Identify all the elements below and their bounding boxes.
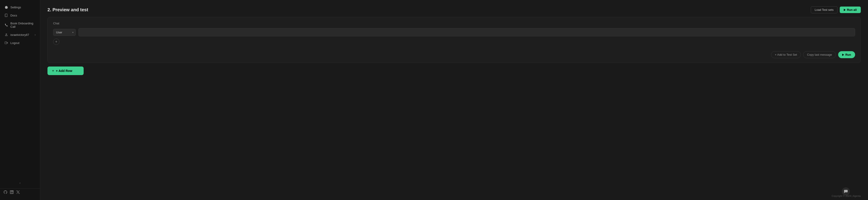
chat-row: User Assistant System ▾ xyxy=(53,28,855,36)
page-title: 2. Preview and test xyxy=(48,7,88,12)
header-actions: Load Test sets Run all xyxy=(811,6,861,13)
main-content: 2. Preview and test Load Test sets Run a… xyxy=(40,0,868,200)
phone-icon xyxy=(4,23,8,27)
chat-card: Chat User Assistant System ▾ + xyxy=(48,17,861,63)
gear-icon xyxy=(4,5,8,9)
copy-last-message-label: Copy last message xyxy=(807,53,832,56)
sidebar-item-logout-label: Logout xyxy=(10,41,20,45)
run-label: Run xyxy=(845,53,851,56)
chat-support-button[interactable] xyxy=(842,187,850,196)
sidebar-item-book-call[interactable]: Book Onboarding Call xyxy=(2,20,38,30)
logout-icon xyxy=(4,41,8,45)
copyright-text: Copyright © 2024 | Agenta xyxy=(832,195,861,197)
add-to-test-set-label: + Add to Test Set xyxy=(775,53,797,56)
user-icon xyxy=(4,33,8,37)
copy-last-message-button[interactable]: Copy last message xyxy=(803,51,836,58)
load-test-sets-button[interactable]: Load Test sets xyxy=(811,6,837,13)
page-header: 2. Preview and test Load Test sets Run a… xyxy=(40,0,868,17)
chat-section-label: Chat xyxy=(53,22,855,25)
run-all-button[interactable]: Run all xyxy=(840,6,861,13)
sidebar-item-settings-label: Settings xyxy=(10,6,21,9)
role-select-wrapper: User Assistant System ▾ xyxy=(53,29,76,36)
sidebar-item-docs-label: Docs xyxy=(10,14,17,17)
run-button[interactable]: Run xyxy=(838,51,855,58)
sidebar-item-user[interactable]: israelvictory87 › xyxy=(2,31,38,38)
page-footer: Copyright © 2024 | Agenta xyxy=(832,195,861,197)
run-all-label: Run all xyxy=(847,8,857,11)
message-input[interactable] xyxy=(79,28,855,36)
sidebar: Settings Docs Book Onboarding Call xyxy=(0,0,40,200)
run-play-icon xyxy=(842,54,844,56)
add-row-button[interactable]: + + Add Row xyxy=(48,67,84,75)
sidebar-collapse-button[interactable]: ‹ xyxy=(0,179,40,187)
sidebar-item-logout[interactable]: Logout xyxy=(2,39,38,46)
page-body: Chat User Assistant System ▾ + xyxy=(40,17,868,200)
role-select[interactable]: User Assistant System xyxy=(53,29,76,36)
twitter-link[interactable] xyxy=(16,190,20,195)
add-row-plus-icon: + xyxy=(52,69,54,73)
add-row-label: + Add Row xyxy=(56,69,72,73)
chat-card-footer: + Add to Test Set Copy last message Run xyxy=(53,48,855,58)
sidebar-nav: Settings Docs Book Onboarding Call xyxy=(0,4,40,179)
github-link[interactable] xyxy=(4,190,7,195)
sidebar-user-name: israelvictory87 xyxy=(10,33,29,37)
plus-icon: + xyxy=(55,40,57,44)
play-icon xyxy=(844,9,846,11)
collapse-arrow-icon: ‹ xyxy=(20,181,21,185)
linkedin-link[interactable] xyxy=(10,190,13,195)
sidebar-footer xyxy=(0,188,40,196)
sidebar-item-settings[interactable]: Settings xyxy=(2,4,38,11)
book-icon xyxy=(4,13,8,17)
chevron-right-icon: › xyxy=(35,34,35,36)
sidebar-item-docs[interactable]: Docs xyxy=(2,12,38,19)
add-to-test-set-button[interactable]: + Add to Test Set xyxy=(771,51,801,58)
add-message-button[interactable]: + xyxy=(53,39,59,45)
sidebar-item-book-call-label: Book Onboarding Call xyxy=(10,22,35,29)
